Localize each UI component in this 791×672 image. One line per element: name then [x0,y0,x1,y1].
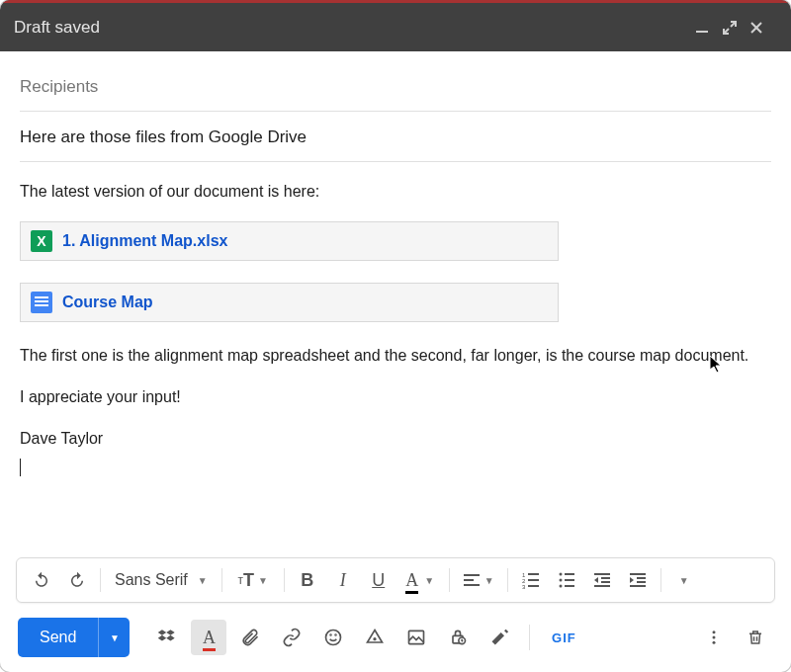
svg-point-26 [335,634,336,635]
svg-point-32 [713,636,716,639]
text-format-icon[interactable]: A [191,620,226,655]
drive-icon[interactable] [357,620,393,655]
send-options-button[interactable]: ▼ [98,618,130,657]
send-button[interactable]: Send [18,618,98,657]
attachment-label: Course Map [62,291,153,314]
font-selector[interactable]: Sans Serif ▼ [107,571,216,589]
underline-icon[interactable]: U [362,563,396,597]
emoji-icon[interactable] [315,620,351,655]
body-signature: Dave Taylor [20,427,771,451]
minimize-icon[interactable] [694,20,722,36]
link-icon[interactable] [274,620,309,655]
attachment-label: 1. Alignment Map.xlsx [62,229,227,253]
attachment-chip-doc[interactable]: Course Map [20,283,559,322]
titlebar: Draft saved [0,0,791,51]
more-formatting-icon[interactable]: ▼ [667,563,701,597]
svg-rect-23 [630,585,646,587]
sheets-icon: X [31,230,52,252]
compose-window: Draft saved Recipients Here are those fi… [0,0,791,672]
format-toolbar-wrap: Sans Serif ▼ тT ▼ B I U A ▼ ▼ 123 [0,557,791,603]
svg-rect-8 [528,579,539,581]
indent-more-icon[interactable] [621,563,655,597]
attach-icon[interactable] [232,620,268,655]
svg-rect-13 [565,573,574,575]
more-options-icon[interactable] [696,620,732,655]
chevron-down-icon: ▼ [424,575,434,586]
chevron-down-icon: ▼ [484,575,494,586]
format-toolbar: Sans Serif ▼ тT ▼ B I U A ▼ ▼ 123 [16,557,775,603]
svg-rect-19 [594,585,610,587]
chevron-down-icon: ▼ [258,575,268,586]
window-title: Draft saved [14,18,694,38]
svg-rect-17 [601,577,610,579]
docs-icon [31,292,52,313]
svg-point-31 [713,630,716,633]
subject-field[interactable]: Here are those files from Google Drive [20,112,771,162]
separator [507,568,508,592]
svg-point-12 [559,585,562,588]
separator [100,568,101,592]
send-group: Send ▼ [18,618,130,657]
svg-point-11 [559,579,562,582]
signature-icon[interactable] [482,620,517,655]
confidential-icon[interactable] [440,620,476,655]
svg-rect-16 [594,573,610,575]
font-name: Sans Serif [115,571,188,589]
svg-rect-9 [528,585,539,587]
svg-rect-1 [464,574,480,576]
attachment-chip-xlsx[interactable]: X 1. Alignment Map.xlsx [20,221,559,261]
bold-icon[interactable]: B [291,563,324,597]
svg-rect-21 [637,577,646,579]
svg-point-27 [375,638,377,640]
recipients-field[interactable]: Recipients [20,71,771,112]
separator [529,625,530,650]
separator [660,568,661,592]
close-icon[interactable] [749,21,777,35]
message-body[interactable]: The latest version of our document is he… [20,162,771,557]
svg-point-24 [326,630,341,645]
svg-point-25 [330,634,331,635]
bulleted-list-icon[interactable] [550,563,583,597]
numbered-list-icon[interactable]: 123 [514,563,548,597]
svg-point-10 [559,573,562,576]
indent-less-icon[interactable] [585,563,619,597]
text-color-icon[interactable]: A ▼ [397,563,443,597]
compose-content: Recipients Here are those files from Goo… [0,51,791,557]
svg-rect-18 [601,581,610,583]
bottom-toolbar: Send ▼ A GIF [0,603,791,672]
body-para2: The first one is the alignment map sprea… [20,344,771,368]
align-icon[interactable]: ▼ [456,563,501,597]
dropbox-icon[interactable] [149,620,185,655]
undo-icon[interactable] [25,563,58,597]
separator [284,568,285,592]
svg-point-33 [713,641,716,644]
svg-rect-14 [565,579,574,581]
italic-icon[interactable]: I [326,563,360,597]
svg-rect-7 [528,573,539,575]
body-intro: The latest version of our document is he… [20,180,771,204]
svg-rect-22 [637,581,646,583]
svg-rect-0 [696,31,708,33]
separator [449,568,450,592]
svg-text:3: 3 [522,584,526,589]
body-para3: I appreciate your input! [20,385,771,409]
fullscreen-icon[interactable] [722,20,749,36]
gif-button[interactable]: GIF [542,620,585,655]
svg-rect-20 [630,573,646,575]
image-icon[interactable] [398,620,434,655]
chevron-down-icon: ▼ [198,575,208,586]
text-caret [20,459,21,476]
redo-icon[interactable] [60,563,94,597]
separator [221,568,222,592]
svg-rect-3 [464,584,480,586]
discard-icon[interactable] [738,620,773,655]
svg-rect-15 [565,585,574,587]
svg-rect-2 [464,579,474,581]
font-size-icon[interactable]: тT ▼ [228,563,278,597]
